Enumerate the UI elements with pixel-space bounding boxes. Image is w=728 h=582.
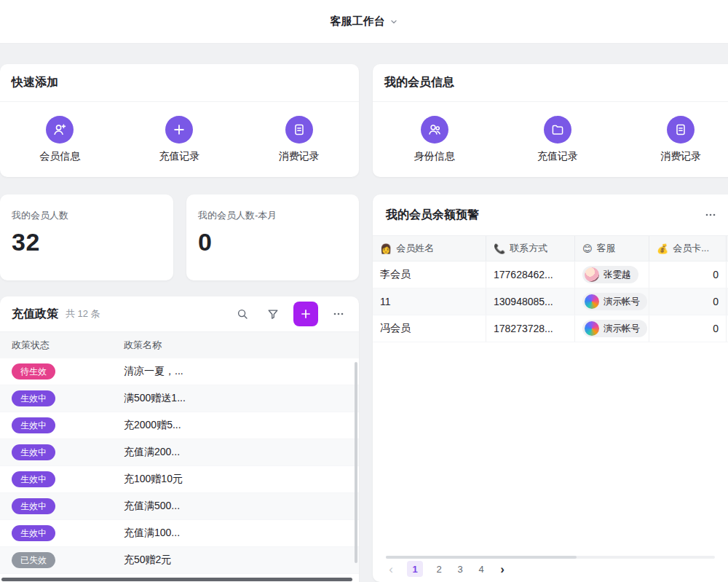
action-label: 消费记录 bbox=[279, 150, 320, 163]
action-label: 会员信息 bbox=[39, 150, 80, 163]
balance-warning-header: 我的会员余额预警 bbox=[373, 194, 728, 235]
policy-row[interactable]: 已失效充50赠2元 bbox=[0, 547, 359, 574]
receipt-icon bbox=[667, 116, 695, 143]
status-badge: 生效中 bbox=[12, 525, 55, 541]
add-policy-button[interactable] bbox=[293, 302, 318, 326]
identity-info-action[interactable]: 身份信息 bbox=[373, 116, 496, 163]
balance-warning-title: 我的会员余额预警 bbox=[386, 208, 479, 223]
policy-row[interactable]: 生效中充值满100... bbox=[0, 520, 359, 547]
warning-table-header: 👩 会员姓名 📞 联系方式 😊 客服 💰 会员卡... bbox=[373, 235, 728, 261]
column-header-contact: 📞 联系方式 bbox=[486, 236, 575, 261]
agent-cell: 张雯越 bbox=[575, 261, 649, 288]
pagination-page-4[interactable]: 4 bbox=[476, 564, 486, 575]
avatar bbox=[585, 267, 599, 282]
policy-name-cell: 充50赠2元 bbox=[112, 554, 359, 567]
warning-table-body: 李会员177628462...张雯越011130948085...演示帐号0冯会… bbox=[373, 261, 728, 342]
status-badge: 生效中 bbox=[12, 390, 55, 406]
avatar bbox=[585, 294, 599, 309]
member-name-cell: 11 bbox=[373, 288, 486, 315]
policy-row[interactable]: 生效中充100赠10元 bbox=[0, 466, 359, 493]
agent-chip: 演示帐号 bbox=[582, 293, 647, 310]
column-label: 会员卡... bbox=[673, 242, 709, 255]
workspace-switcher[interactable]: 客服工作台 bbox=[331, 15, 398, 28]
stat-value: 32 bbox=[0, 222, 173, 256]
policy-toolbar: 充值政策 共 12 条 bbox=[0, 296, 359, 331]
policy-status-cell: 生效中 bbox=[0, 444, 112, 460]
policy-row[interactable]: 待生效清凉一夏，... bbox=[0, 358, 359, 385]
pagination-next[interactable]: › bbox=[497, 563, 507, 575]
contact-cell: 130948085... bbox=[486, 288, 575, 315]
policy-name-cell: 清凉一夏，... bbox=[112, 365, 359, 378]
avatar bbox=[585, 321, 599, 336]
status-badge: 待生效 bbox=[12, 363, 55, 380]
stat-card-member-count: 我的会员人数 32 bbox=[0, 194, 173, 280]
my-member-info-card: 我的会员信息 身份信息 充值记录 消费记录 bbox=[373, 64, 728, 177]
plus-icon bbox=[299, 307, 312, 321]
policy-row[interactable]: 生效中充值满500... bbox=[0, 493, 359, 520]
policy-status-cell: 生效中 bbox=[0, 498, 112, 514]
quick-add-consumption-record[interactable]: 消费记录 bbox=[240, 116, 359, 163]
policy-name-cell: 充值满200... bbox=[112, 446, 359, 459]
more-icon bbox=[705, 209, 716, 221]
pagination-prev[interactable]: ‹ bbox=[386, 563, 396, 575]
member-row[interactable]: 11130948085...演示帐号0 bbox=[373, 288, 728, 315]
action-label: 身份信息 bbox=[414, 150, 455, 163]
quick-add-member-info[interactable]: 会员信息 bbox=[0, 116, 119, 163]
policy-status-cell: 生效中 bbox=[0, 390, 112, 406]
column-label: 会员姓名 bbox=[396, 242, 434, 255]
recharge-record-action[interactable]: 充值记录 bbox=[496, 116, 619, 163]
column-header-member-card: 💰 会员卡... bbox=[649, 236, 727, 261]
status-badge: 生效中 bbox=[12, 498, 55, 514]
top-bar: 客服工作台 bbox=[0, 0, 728, 44]
pagination-page-1[interactable]: 1 bbox=[407, 561, 423, 577]
agent-name: 演示帐号 bbox=[604, 296, 640, 308]
policy-row[interactable]: 生效中充2000赠5... bbox=[0, 412, 359, 439]
warning-horizontal-scrollbar[interactable] bbox=[386, 556, 715, 559]
people-icon bbox=[421, 116, 448, 143]
filter-button[interactable] bbox=[263, 304, 283, 324]
policy-row[interactable]: 生效中充值满200... bbox=[0, 439, 359, 466]
member-add-icon bbox=[46, 116, 74, 143]
scrollbar-thumb[interactable] bbox=[386, 556, 577, 559]
member-row[interactable]: 冯会员178273728...演示帐号0 bbox=[373, 315, 728, 342]
member-card-value-cell: 0 bbox=[649, 315, 727, 342]
policy-title: 充值政策 bbox=[12, 307, 58, 322]
pagination-page-2[interactable]: 2 bbox=[434, 564, 444, 575]
policy-status-cell: 生效中 bbox=[0, 525, 112, 541]
column-header-agent: 😊 客服 bbox=[575, 236, 649, 261]
warning-more-button[interactable] bbox=[705, 209, 716, 221]
policy-name-cell: 充值满100... bbox=[112, 527, 359, 540]
policy-row[interactable]: 生效中满500赠送1... bbox=[0, 385, 359, 412]
consumption-record-action[interactable]: 消费记录 bbox=[620, 116, 728, 163]
money-field-icon: 💰 bbox=[657, 243, 668, 254]
policy-horizontal-scrollbar[interactable] bbox=[1, 578, 352, 581]
receipt-icon bbox=[285, 116, 313, 143]
phone-field-icon: 📞 bbox=[494, 243, 505, 254]
policy-vertical-scrollbar[interactable] bbox=[355, 362, 357, 563]
plus-icon bbox=[165, 116, 193, 143]
search-button[interactable] bbox=[232, 304, 253, 324]
pagination-page-3[interactable]: 3 bbox=[455, 564, 465, 575]
status-badge: 生效中 bbox=[12, 417, 55, 433]
policy-name-cell: 充值满500... bbox=[112, 500, 359, 513]
contact-cell: 178273728... bbox=[486, 315, 575, 342]
recharge-policy-card: 充值政策 共 12 条 政策状态 政策名称 待生效清凉一夏，... bbox=[0, 296, 359, 582]
stat-label: 我的会员人数 bbox=[0, 194, 173, 222]
column-header-name: 政策名称 bbox=[112, 339, 359, 352]
person-field-icon: 👩 bbox=[380, 243, 392, 254]
filter-icon bbox=[266, 307, 280, 321]
quick-add-recharge-record[interactable]: 充值记录 bbox=[119, 116, 239, 163]
smiley-field-icon: 😊 bbox=[582, 243, 593, 254]
member-row[interactable]: 李会员177628462...张雯越0 bbox=[373, 261, 728, 288]
quick-add-card: 快速添加 会员信息 充值记录 消费记录 bbox=[0, 64, 359, 177]
balance-warning-card: 我的会员余额预警 👩 会员姓名 📞 联系方式 😊 客服 💰 会员卡... bbox=[373, 194, 728, 582]
policy-more-button[interactable] bbox=[328, 304, 349, 324]
policy-status-cell: 生效中 bbox=[0, 471, 112, 487]
action-label: 充值记录 bbox=[537, 150, 578, 163]
agent-name: 演示帐号 bbox=[604, 323, 640, 335]
column-label: 客服 bbox=[597, 242, 616, 255]
card-title: 快速添加 bbox=[12, 75, 58, 90]
column-label: 联系方式 bbox=[510, 242, 547, 255]
policy-name-cell: 充100赠10元 bbox=[112, 473, 359, 486]
agent-name: 张雯越 bbox=[604, 269, 631, 281]
